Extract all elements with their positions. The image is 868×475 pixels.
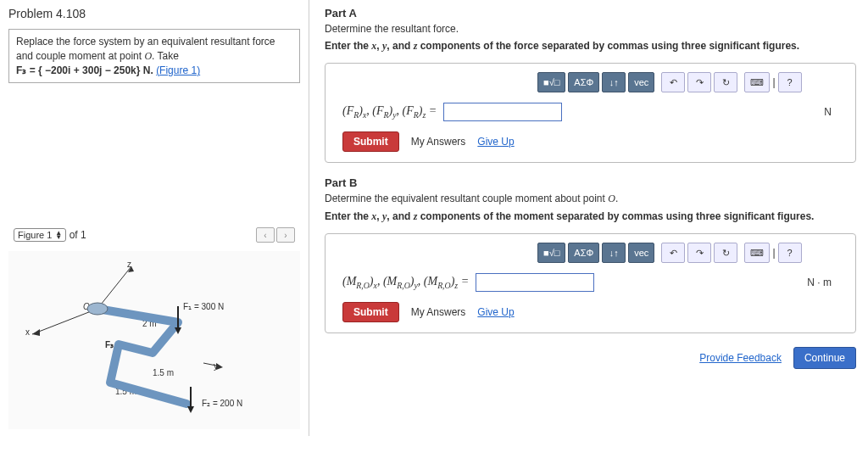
part-a-subtitle: Determine the resultant force. [325, 23, 856, 35]
keyboard-button-b[interactable]: ⌨ [744, 243, 770, 263]
prompt-m2: , and [387, 40, 413, 52]
part-b-give-up[interactable]: Give Up [477, 306, 514, 318]
reset-button[interactable]: ↻ [714, 72, 737, 92]
part-a-give-up[interactable]: Give Up [477, 136, 514, 148]
greek-button[interactable]: ΑΣΦ [568, 72, 599, 92]
svg-marker-8 [187, 406, 194, 413]
part-a-prompt: Enter the x, y, and z components of the … [325, 40, 856, 53]
provide-feedback-link[interactable]: Provide Feedback [699, 352, 782, 364]
svg-marker-10 [216, 363, 223, 370]
part-b-answer-box: ■√□ ΑΣΦ ↓↑ vec ↶ ↷ ↻ ⌨ | ? (MR,O)x, (MR,… [325, 233, 856, 333]
redo-button-b[interactable]: ↷ [687, 243, 711, 263]
part-a-eq-label: (FR)x, (FR)y, (FR)z = [342, 104, 437, 120]
figure-prev-button[interactable]: ‹ [256, 227, 275, 243]
dropdown-arrows-icon: ▲▼ [55, 231, 62, 240]
part-b-prompt: Enter the x, y, and z components of the … [325, 210, 856, 223]
prompt-m2-b: , and [387, 210, 413, 222]
part-a-answer-box: ■√□ ΑΣΦ ↓↑ vec ↶ ↷ ↻ ⌨ | ? (FR)x, (FR)y,… [325, 63, 856, 163]
part-b-heading: Part B [325, 176, 856, 189]
part-b-toolbar: ■√□ ΑΣΦ ↓↑ vec ↶ ↷ ↻ ⌨ | ? [537, 243, 845, 263]
part-b-submit-button[interactable]: Submit [342, 302, 399, 322]
prompt-post-b: components of the moment separated by co… [417, 210, 814, 222]
redo-button[interactable]: ↷ [687, 72, 711, 92]
figure-of-text: of 1 [70, 229, 86, 241]
svg-marker-3 [32, 329, 40, 336]
take-text: . Take [152, 50, 179, 62]
vec-button[interactable]: vec [628, 72, 654, 92]
point-o: O [144, 50, 152, 62]
subsup-button-b[interactable]: ↓↑ [602, 243, 626, 263]
figure-selector[interactable]: Figure 1 ▲▼ [14, 228, 66, 242]
svg-line-0 [97, 266, 131, 309]
prompt-pre-b: Enter the [325, 210, 371, 222]
part-a-submit-button[interactable]: Submit [342, 131, 399, 152]
part-b-subtitle: Determine the equivalent resultant coupl… [325, 193, 856, 205]
toolbar-sep-text-b: | [772, 247, 775, 259]
reset-button-b[interactable]: ↻ [714, 243, 737, 263]
svg-point-4 [87, 303, 108, 315]
greek-button-b[interactable]: ΑΣΦ [568, 243, 599, 263]
svg-line-1 [32, 309, 97, 334]
figure-link[interactable]: (Figure 1) [156, 64, 200, 76]
subsup-button[interactable]: ↓↑ [602, 72, 626, 92]
part-b-my-answers[interactable]: My Answers [411, 306, 466, 318]
part-b-unit: N · m [807, 277, 832, 288]
prompt-post: components of the force separated by com… [417, 40, 799, 52]
undo-button-b[interactable]: ↶ [661, 243, 685, 263]
help-button[interactable]: ? [778, 72, 802, 92]
part-a-my-answers[interactable]: My Answers [411, 136, 466, 148]
part-a-answer-input[interactable] [443, 103, 562, 121]
figure-image: z x y O F₁ = 300 N F₂ = 200 N F₃ 2 m 1.5… [8, 251, 300, 429]
undo-button[interactable]: ↶ [661, 72, 685, 92]
part-a-heading: Part A [325, 7, 856, 20]
prompt-m1-b: , [376, 210, 382, 222]
problem-statement: Replace the force system by an equivalen… [8, 29, 300, 83]
continue-button[interactable]: Continue [793, 347, 856, 369]
prompt-pre: Enter the [325, 40, 371, 52]
templates-button-b[interactable]: ■√□ [537, 243, 565, 263]
toolbar-sep-text: | [772, 76, 775, 88]
part-b-eq-label: (MR,O)x, (MR,O)y, (MR,O)z = [342, 275, 469, 290]
part-a-unit: N [824, 106, 832, 118]
part-b-answer-input[interactable] [476, 273, 594, 292]
keyboard-button[interactable]: ⌨ [744, 72, 770, 92]
templates-button[interactable]: ■√□ [537, 72, 565, 92]
vec-button-b[interactable]: vec [628, 243, 654, 263]
prompt-m1: , [376, 40, 382, 52]
f3-equation: F₃ = { −200i + 300j − 250k} N. [16, 64, 156, 76]
figure-next-button[interactable]: › [276, 227, 295, 243]
help-button-b[interactable]: ? [778, 243, 802, 263]
part-a-toolbar: ■√□ ΑΣΦ ↓↑ vec ↶ ↷ ↻ ⌨ | ? [537, 72, 845, 92]
figure-selector-label: Figure 1 [18, 230, 52, 240]
problem-number: Problem 4.108 [8, 7, 300, 20]
